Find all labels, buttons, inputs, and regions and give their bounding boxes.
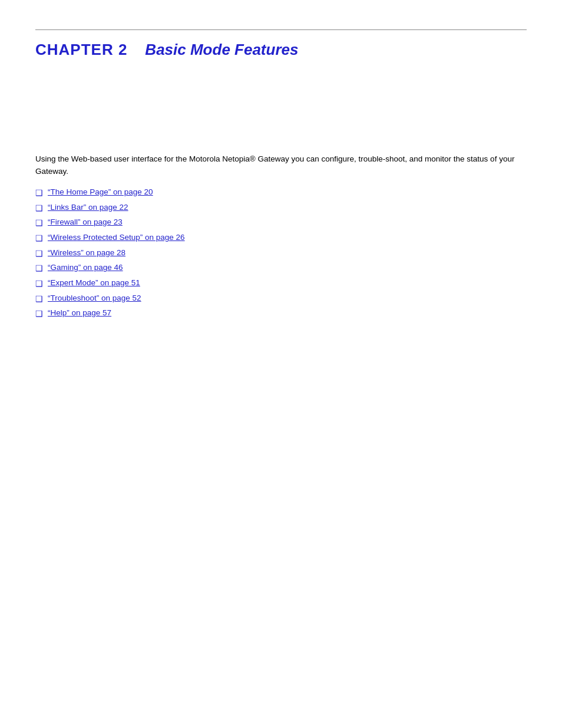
checkbox-icon: ❑: [35, 217, 43, 230]
toc-list-item: ❑“Links Bar” on page 22: [35, 202, 527, 215]
toc-link[interactable]: “Expert Mode” on page 51: [48, 277, 140, 289]
toc-link[interactable]: “The Home Page” on page 20: [48, 186, 153, 199]
toc-link[interactable]: “Wireless” on page 28: [48, 247, 125, 259]
toc-link[interactable]: “Help” on page 57: [48, 307, 111, 319]
chapter-title: Basic Mode Features: [145, 41, 298, 59]
toc-list-item: ❑“Troubleshoot” on page 52: [35, 292, 527, 306]
checkbox-icon: ❑: [35, 293, 43, 306]
page-container: CHAPTER 2 Basic Mode Features Using the …: [0, 29, 562, 728]
toc-link[interactable]: “Troubleshoot” on page 52: [48, 292, 141, 305]
checkbox-icon: ❑: [35, 308, 43, 321]
toc-link[interactable]: “Wireless Protected Setup” on page 26: [48, 232, 185, 244]
toc-list-item: ❑“Gaming” on page 46: [35, 262, 527, 275]
toc-link[interactable]: “Links Bar” on page 22: [48, 202, 128, 214]
chapter-heading: CHAPTER 2 Basic Mode Features: [35, 41, 527, 59]
toc-link[interactable]: “Firewall” on page 23: [48, 216, 123, 229]
checkbox-icon: ❑: [35, 202, 43, 215]
checkbox-icon: ❑: [35, 248, 43, 261]
toc-list-item: ❑“Wireless Protected Setup” on page 26: [35, 232, 527, 245]
checkbox-icon: ❑: [35, 278, 43, 291]
toc-list-item: ❑“Firewall” on page 23: [35, 216, 527, 230]
toc-list-item: ❑“The Home Page” on page 20: [35, 186, 527, 200]
checkbox-icon: ❑: [35, 262, 43, 275]
toc-list-item: ❑“Expert Mode” on page 51: [35, 277, 527, 291]
intro-text: Using the Web-based user interface for t…: [35, 153, 527, 178]
chapter-label: CHAPTER 2: [35, 41, 127, 59]
toc-list-item: ❑“Wireless” on page 28: [35, 247, 527, 261]
toc-link[interactable]: “Gaming” on page 46: [48, 262, 123, 274]
checkbox-icon: ❑: [35, 187, 43, 200]
checkbox-icon: ❑: [35, 232, 43, 245]
top-rule: [35, 29, 527, 30]
bottom-area: 19: [0, 722, 562, 728]
toc-list-item: ❑“Help” on page 57: [35, 307, 527, 321]
toc-list: ❑“The Home Page” on page 20❑“Links Bar” …: [35, 186, 527, 321]
